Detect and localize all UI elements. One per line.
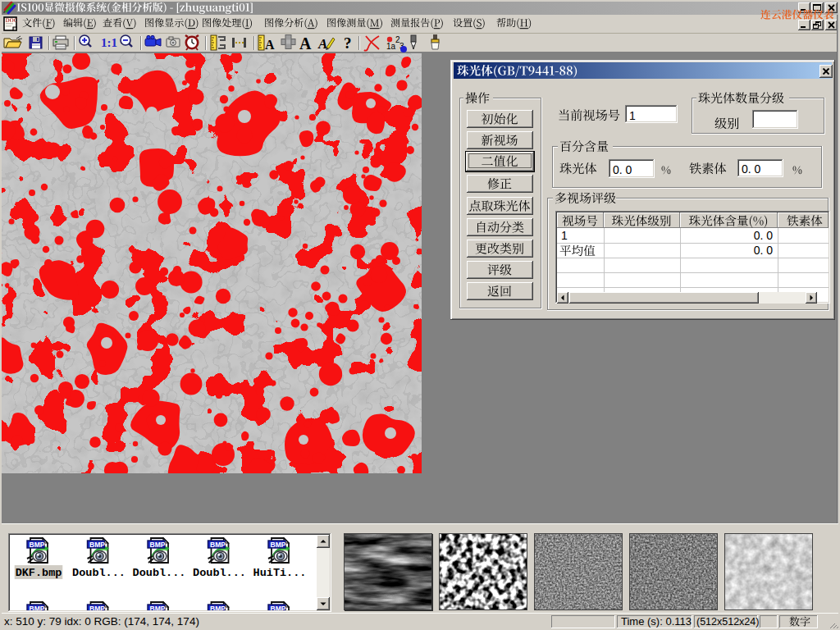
svg-text:0. 0: 0. 0 — [754, 244, 774, 257]
svg-text:0. 0: 0. 0 — [613, 163, 632, 176]
svg-text:BMP: BMP — [30, 541, 45, 549]
svg-text:Time (s): 0.113: Time (s): 0.113 — [621, 615, 692, 628]
svg-text:?: ? — [344, 34, 352, 52]
svg-text:1: 1 — [561, 229, 568, 242]
svg-text:Doubl...: Doubl... — [72, 567, 126, 579]
svg-text:(512x512x24): (512x512x24) — [696, 616, 759, 628]
svg-text:1: 1 — [629, 109, 636, 122]
svg-text:0. 0: 0. 0 — [754, 229, 774, 242]
svg-text:1:1: 1:1 — [101, 36, 117, 49]
svg-text:BMP: BMP — [210, 541, 226, 549]
svg-text:A: A — [265, 38, 275, 52]
svg-text:HuiTi...: HuiTi... — [253, 567, 307, 579]
svg-text:x: 510 y: 79 idx: 0 RGB: (17: x: 510 y: 79 idx: 0 RGB: (174, 174, 174) — [4, 615, 199, 628]
svg-text:BMP: BMP — [89, 541, 105, 549]
svg-text:1a: 1a — [386, 42, 396, 51]
svg-text:Doubl...: Doubl... — [193, 567, 246, 579]
svg-text:BMP: BMP — [150, 541, 166, 549]
svg-text:DKF.bmp: DKF.bmp — [16, 567, 62, 579]
svg-text:Doubl...: Doubl... — [133, 567, 186, 579]
svg-text:0. 0: 0. 0 — [742, 162, 761, 176]
svg-text:A: A — [299, 34, 312, 52]
svg-text:BMP: BMP — [271, 541, 286, 549]
